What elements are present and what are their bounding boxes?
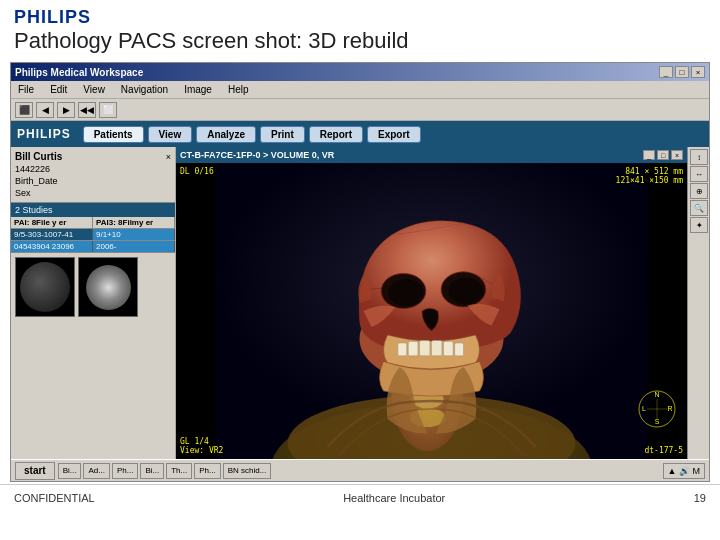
footer-page: 19 [694, 492, 706, 504]
toolbar-btn-4[interactable]: ◀◀ [78, 102, 96, 118]
left-panel: Bill Curtis × 1442226 Birth_Date Sex 2 S… [11, 147, 176, 459]
viewer-window-controls: _ □ × [643, 150, 683, 160]
tab-print[interactable]: Print [260, 126, 305, 143]
tool-btn-2[interactable]: ↔ [690, 166, 708, 182]
taskbar-item-1[interactable]: Bi... [58, 463, 82, 479]
viewer-gl: GL 1/4 [180, 437, 223, 446]
svg-text:R: R [667, 405, 672, 412]
menu-file[interactable]: File [15, 84, 37, 95]
window-title: Philips Medical Workspace [15, 67, 143, 78]
svg-rect-14 [420, 341, 430, 356]
thumbnail-2-image [86, 265, 131, 310]
tool-btn-5[interactable]: ✦ [690, 217, 708, 233]
studies-header: 2 Studies [11, 203, 175, 217]
viewer-info-dimensions: 841 × 512 mm [616, 167, 683, 176]
taskbar-item-4[interactable]: Bi... [140, 463, 164, 479]
svg-rect-13 [408, 342, 418, 356]
viewer-info-topright: 841 × 512 mm 121×41 ×150 mm [616, 167, 683, 185]
thumbnail-2[interactable] [78, 257, 138, 317]
viewer-minimize[interactable]: _ [643, 150, 655, 160]
orientation-indicator: N S L R [637, 389, 677, 429]
main-viewer: CT-B-FA7CE-1FP-0 > VOLUME 0, VR _ □ × [176, 147, 687, 459]
tab-export[interactable]: Export [367, 126, 421, 143]
footer: CONFIDENTIAL Healthcare Incubator 19 [0, 484, 720, 510]
menu-image[interactable]: Image [181, 84, 215, 95]
menu-bar: File Edit View Navigation Image Help [11, 81, 709, 99]
tool-btn-3[interactable]: ⊕ [690, 183, 708, 199]
viewer-info-bottomleft: GL 1/4 View: VR2 [180, 437, 223, 455]
taskbar: start Bi... Ad... Ph... Bi... Th... Ph..… [11, 459, 709, 481]
svg-point-11 [448, 278, 483, 305]
patient-info: Bill Curtis × 1442226 Birth_Date Sex [11, 147, 175, 203]
studies-count: 2 Studies [15, 205, 53, 215]
svg-point-10 [388, 279, 423, 306]
content-area: Bill Curtis × 1442226 Birth_Date Sex 2 S… [11, 147, 709, 459]
study-cell-2a: 04543904 23096 [11, 241, 93, 252]
menu-help[interactable]: Help [225, 84, 252, 95]
tab-analyze[interactable]: Analyze [196, 126, 256, 143]
app-window: Philips Medical Workspace _ □ × File Edi… [10, 62, 710, 482]
svg-text:S: S [655, 418, 660, 425]
svg-rect-15 [432, 341, 442, 356]
thumbnail-1[interactable] [15, 257, 75, 317]
skull-3d-render [176, 163, 687, 459]
viewer-maximize[interactable]: □ [657, 150, 669, 160]
study-row-2[interactable]: 04543904 23096 2006- [11, 241, 175, 253]
patient-id-label: 1442226 [15, 164, 171, 174]
thumbnail-1-image [20, 262, 70, 312]
studies-subheader: PAI: 8File y er PAI3: 8Filmy er [11, 217, 175, 229]
patient-info-header: Bill Curtis × [15, 151, 171, 162]
start-button[interactable]: start [15, 462, 55, 480]
nav-bar: PHILIPS Patients View Analyze Print Repo… [11, 121, 709, 147]
svg-rect-16 [444, 342, 454, 356]
study-cell-1b: 9/1+10 [93, 229, 175, 240]
patient-name: Bill Curtis [15, 151, 62, 162]
toolbar-btn-1[interactable]: ⬛ [15, 102, 33, 118]
study-row-1[interactable]: 9/5-303-1007-41 9/1+10 [11, 229, 175, 241]
menu-navigation[interactable]: Navigation [118, 84, 171, 95]
nav-philips-logo: PHILIPS [17, 127, 71, 141]
svg-rect-12 [398, 343, 407, 356]
toolbar-btn-2[interactable]: ◀ [36, 102, 54, 118]
studies-panel: 2 Studies PAI: 8File y er PAI3: 8Filmy e… [11, 203, 175, 459]
svg-text:N: N [654, 391, 659, 398]
menu-view[interactable]: View [80, 84, 108, 95]
thumbnails-area [11, 253, 175, 321]
svg-text:L: L [642, 405, 646, 412]
study-col-1: PAI: 8File y er [11, 217, 93, 228]
right-tools: ↕ ↔ ⊕ 🔍 ✦ [687, 147, 709, 459]
top-header: PHILIPS Pathology PACS screen shot: 3D r… [0, 0, 720, 58]
start-label: start [24, 465, 46, 476]
study-cell-2b: 2006- [93, 241, 175, 252]
taskbar-item-7[interactable]: BN schid... [223, 463, 272, 479]
viewer-info-bottomright: dt-177-5 [644, 446, 683, 455]
philips-logo: PHILIPS [14, 8, 706, 26]
tab-patients[interactable]: Patients [83, 126, 144, 143]
window-controls: _ □ × [659, 66, 705, 78]
taskbar-item-3[interactable]: Ph... [112, 463, 138, 479]
study-cell-1a: 9/5-303-1007-41 [11, 229, 93, 240]
viewer-close[interactable]: × [671, 150, 683, 160]
viewer-info-topleft: DL 0/16 [180, 167, 214, 176]
patient-close-btn[interactable]: × [166, 152, 171, 162]
tool-btn-4[interactable]: 🔍 [690, 200, 708, 216]
toolbar-btn-5[interactable]: ⬜ [99, 102, 117, 118]
tab-report[interactable]: Report [309, 126, 363, 143]
minimize-button[interactable]: _ [659, 66, 673, 78]
viewer-info-size: 121×41 ×150 mm [616, 176, 683, 185]
taskbar-item-6[interactable]: Ph... [194, 463, 220, 479]
viewer-titlebar: CT-B-FA7CE-1FP-0 > VOLUME 0, VR _ □ × [176, 147, 687, 163]
close-button[interactable]: × [691, 66, 705, 78]
page-title: Pathology PACS screen shot: 3D rebuild [14, 28, 706, 54]
tool-btn-1[interactable]: ↕ [690, 149, 708, 165]
taskbar-item-2[interactable]: Ad... [83, 463, 109, 479]
toolbar-btn-3[interactable]: ▶ [57, 102, 75, 118]
menu-edit[interactable]: Edit [47, 84, 70, 95]
maximize-button[interactable]: □ [675, 66, 689, 78]
patient-birthdate-label: Birth_Date [15, 176, 171, 186]
taskbar-item-5[interactable]: Th... [166, 463, 192, 479]
tab-view[interactable]: View [148, 126, 193, 143]
patient-id: 1442226 [15, 164, 50, 174]
window-titlebar: Philips Medical Workspace _ □ × [11, 63, 709, 81]
footer-center: Healthcare Incubator [343, 492, 445, 504]
